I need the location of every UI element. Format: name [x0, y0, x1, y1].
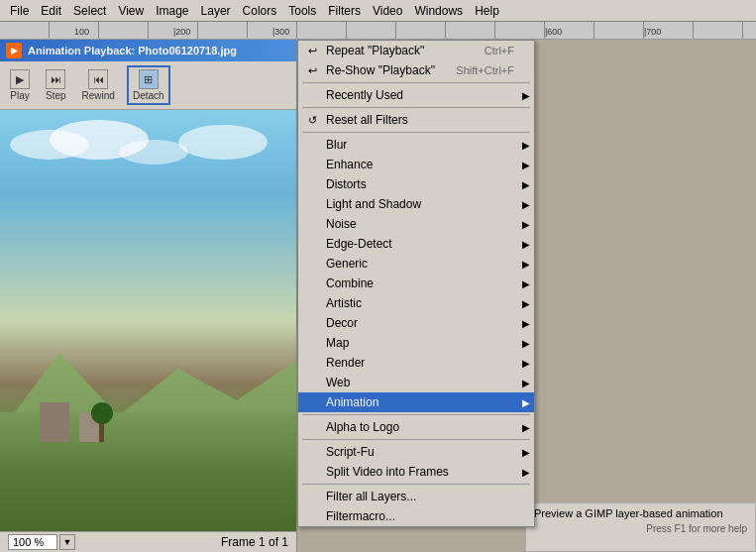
- recently-used-arrow: ▶: [522, 90, 530, 101]
- ruler: 100 |200 |300 |600 |700: [0, 22, 756, 40]
- menu-split-video[interactable]: Split Video into Frames ▶: [298, 462, 534, 482]
- split-video-label: Split Video into Frames: [326, 465, 449, 479]
- menu-file[interactable]: File: [4, 2, 35, 20]
- noise-arrow: ▶: [522, 219, 530, 230]
- menu-select[interactable]: Select: [67, 2, 112, 20]
- map-label: Map: [326, 336, 349, 350]
- menu-filter-all-layers[interactable]: Filter all Layers...: [298, 487, 534, 506]
- script-fu-arrow: ▶: [522, 447, 530, 458]
- reset-icon: ↺: [304, 112, 320, 128]
- menu-image[interactable]: Image: [150, 2, 194, 20]
- separator-4: [302, 414, 530, 415]
- animation-icon: ▶: [6, 43, 22, 58]
- zoom-value[interactable]: 100 %: [8, 534, 57, 550]
- edge-detect-label: Edge-Detect: [326, 237, 392, 251]
- separator-3: [302, 132, 530, 133]
- tree-top: [91, 402, 113, 424]
- menu-reset-filters[interactable]: ↺ Reset all Filters: [298, 110, 534, 130]
- zoom-control[interactable]: 100 % ▼: [8, 534, 75, 550]
- filter-all-layers-label: Filter all Layers...: [326, 490, 416, 503]
- detach-icon: ⊞: [139, 69, 159, 89]
- menu-edit[interactable]: Edit: [35, 2, 67, 20]
- artistic-label: Artistic: [326, 296, 362, 310]
- menu-blur[interactable]: Blur ▶: [298, 135, 534, 155]
- artistic-arrow: ▶: [522, 298, 530, 309]
- menu-edge-detect[interactable]: Edge-Detect ▶: [298, 234, 534, 254]
- menu-reshow-playback[interactable]: ↩ Re-Show "Playback" Shift+Ctrl+F: [298, 60, 534, 80]
- noise-label: Noise: [326, 217, 357, 231]
- menu-video[interactable]: Video: [367, 2, 408, 20]
- edge-detect-arrow: ▶: [522, 239, 530, 250]
- play-button[interactable]: ▶ Play: [6, 67, 34, 103]
- menu-filtermacro[interactable]: Filtermacro...: [298, 506, 534, 526]
- combine-label: Combine: [326, 276, 374, 290]
- separator-2: [302, 107, 530, 108]
- blur-arrow: ▶: [522, 140, 530, 151]
- generic-label: Generic: [326, 257, 368, 271]
- rewind-button[interactable]: ⏮ Rewind: [78, 67, 119, 103]
- enhance-arrow: ▶: [522, 160, 530, 170]
- tooltip-main: Preview a GIMP layer-based animation: [534, 507, 747, 519]
- step-button[interactable]: ⏭ Step: [42, 67, 70, 103]
- building-1: [40, 402, 69, 442]
- zoom-dropdown[interactable]: ▼: [59, 534, 75, 550]
- animation-title: Animation Playback: Photo06120718.jpg: [28, 45, 237, 56]
- filters-menu: ↩ Repeat "Playback" Ctrl+F ↩ Re-Show "Pl…: [297, 40, 535, 527]
- reshow-shortcut: Shift+Ctrl+F: [436, 64, 514, 76]
- animation-statusbar: 100 % ▼ Frame 1 of 1: [0, 531, 296, 552]
- script-fu-label: Script-Fu: [326, 445, 375, 459]
- reset-label: Reset all Filters: [326, 113, 408, 127]
- step-icon: ⏭: [46, 69, 65, 89]
- alpha-logo-arrow: ▶: [522, 422, 530, 433]
- menu-combine[interactable]: Combine ▶: [298, 274, 534, 293]
- menu-alpha-logo[interactable]: Alpha to Logo ▶: [298, 417, 534, 437]
- animation-arrow: ▶: [522, 397, 530, 408]
- menu-recently-used[interactable]: Recently Used ▶: [298, 85, 534, 105]
- distorts-arrow: ▶: [522, 179, 530, 190]
- recently-used-label: Recently Used: [326, 88, 403, 102]
- menu-script-fu[interactable]: Script-Fu ▶: [298, 442, 534, 462]
- menu-tools[interactable]: Tools: [282, 2, 322, 20]
- decor-label: Decor: [326, 316, 358, 330]
- separator-6: [302, 484, 530, 485]
- menu-render[interactable]: Render ▶: [298, 353, 534, 373]
- menu-windows[interactable]: Windows: [408, 2, 469, 20]
- right-area: ↩ Repeat "Playback" Ctrl+F ↩ Re-Show "Pl…: [297, 40, 756, 552]
- menu-generic[interactable]: Generic ▶: [298, 254, 534, 274]
- animation-toolbar: ▶ Play ⏭ Step ⏮ Rewind ⊞ Detach: [0, 61, 296, 110]
- animation-canvas: [0, 110, 296, 531]
- menu-web[interactable]: Web ▶: [298, 373, 534, 392]
- enhance-label: Enhance: [326, 158, 373, 171]
- menu-enhance[interactable]: Enhance ▶: [298, 155, 534, 174]
- blur-label: Blur: [326, 138, 347, 152]
- menu-view[interactable]: View: [112, 2, 150, 20]
- step-label: Step: [46, 90, 66, 101]
- detach-label: Detach: [133, 90, 164, 101]
- combine-arrow: ▶: [522, 278, 530, 289]
- repeat-icon: ↩: [304, 43, 320, 58]
- menu-decor[interactable]: Decor ▶: [298, 313, 534, 333]
- render-label: Render: [326, 356, 365, 370]
- menu-noise[interactable]: Noise ▶: [298, 214, 534, 234]
- tooltip-area: Preview a GIMP layer-based animation Pre…: [525, 502, 756, 552]
- menu-artistic[interactable]: Artistic ▶: [298, 293, 534, 313]
- menu-layer[interactable]: Layer: [195, 2, 237, 20]
- menu-help[interactable]: Help: [469, 2, 505, 20]
- play-label: Play: [10, 90, 29, 101]
- menu-colors[interactable]: Colors: [237, 2, 283, 20]
- menu-repeat-playback[interactable]: ↩ Repeat "Playback" Ctrl+F: [298, 41, 534, 60]
- map-arrow: ▶: [522, 338, 530, 349]
- canvas-image: [0, 110, 296, 531]
- menu-map[interactable]: Map ▶: [298, 333, 534, 353]
- animation-titlebar: ▶ Animation Playback: Photo06120718.jpg: [0, 40, 296, 61]
- menubar: File Edit Select View Image Layer Colors…: [0, 0, 756, 22]
- light-shadow-label: Light and Shadow: [326, 197, 421, 211]
- menu-distorts[interactable]: Distorts ▶: [298, 174, 534, 194]
- detach-button[interactable]: ⊞ Detach: [127, 65, 170, 105]
- menu-animation[interactable]: Animation ▶: [298, 392, 534, 412]
- animation-window: ▶ Animation Playback: Photo06120718.jpg …: [0, 40, 297, 552]
- menu-filters[interactable]: Filters: [322, 2, 367, 20]
- light-shadow-arrow: ▶: [522, 199, 530, 210]
- menu-light-shadow[interactable]: Light and Shadow ▶: [298, 194, 534, 214]
- split-video-arrow: ▶: [522, 467, 530, 478]
